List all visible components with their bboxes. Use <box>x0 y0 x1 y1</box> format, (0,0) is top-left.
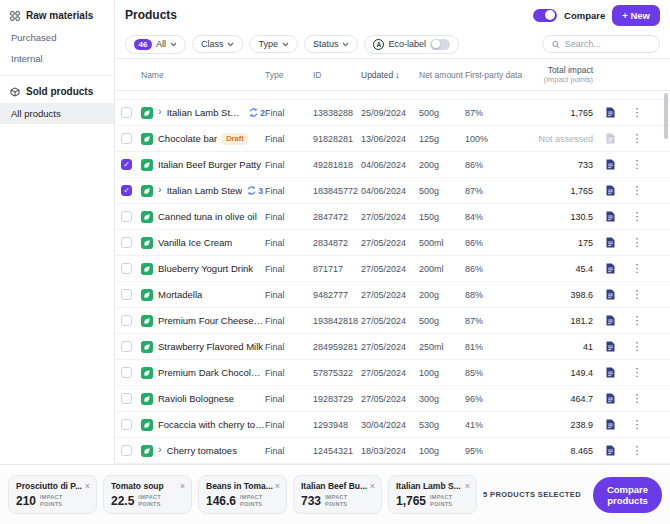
table-row[interactable]: Blueberry Yogurt Drink Final 871717 27/0… <box>115 256 670 282</box>
kebab-menu-icon[interactable]: ⋮ <box>632 419 643 430</box>
table-row[interactable]: ✓ Italian Beef Burger Patty Final 492818… <box>115 152 670 178</box>
variants-badge[interactable]: 2 <box>249 108 265 118</box>
sidebar-item-raw-materials[interactable]: Raw materials <box>0 2 114 27</box>
row-checkbox[interactable] <box>121 133 132 144</box>
product-name[interactable]: Ravioli Bolognese <box>158 393 234 404</box>
sidebar-item-purchased[interactable]: Purchased <box>0 27 114 48</box>
table-row[interactable]: ✓ › Italian Lamb Stew 3 Final 183845772 … <box>115 178 670 204</box>
row-checkbox[interactable] <box>121 445 132 456</box>
report-document-icon[interactable] <box>606 419 615 430</box>
product-name[interactable]: Italian Lamb Stew-... <box>167 107 245 118</box>
close-icon[interactable]: × <box>465 482 470 491</box>
report-document-icon[interactable] <box>606 237 615 248</box>
product-name[interactable]: Strawberry Flavored Milk <box>158 341 263 352</box>
table-row[interactable]: Premium Dark Chocolate Bar Final 5787532… <box>115 360 670 386</box>
kebab-menu-icon[interactable]: ⋮ <box>632 367 643 378</box>
vertical-scrollbar[interactable] <box>664 93 668 139</box>
compare-products-button[interactable]: Compare products <box>593 477 662 513</box>
product-name[interactable]: Vanilla Ice Cream <box>158 237 232 248</box>
kebab-menu-icon[interactable]: ⋮ <box>632 185 643 196</box>
eco-label-filter[interactable]: A Eco-label <box>364 35 459 54</box>
product-name[interactable]: Chocolate bar <box>158 133 217 144</box>
report-document-icon[interactable] <box>606 315 615 326</box>
report-document-icon[interactable] <box>606 393 615 404</box>
product-name[interactable]: Italian Lamb Stew <box>167 185 243 196</box>
column-header-name[interactable]: Name <box>141 70 265 80</box>
expand-chevron-icon[interactable]: › <box>158 185 162 196</box>
row-checkbox[interactable]: ✓ <box>121 159 132 170</box>
kebab-menu-icon[interactable]: ⋮ <box>632 315 643 326</box>
variants-badge[interactable]: 3 <box>247 186 263 196</box>
close-icon[interactable]: × <box>180 482 185 491</box>
table-row[interactable]: Ravioli Bolognese Final 19283729 27/05/2… <box>115 386 670 412</box>
close-icon[interactable]: × <box>370 482 375 491</box>
table-row[interactable]: › Cherry tomatoes Final 12454321 18/03/2… <box>115 438 670 464</box>
row-checkbox[interactable]: ✓ <box>121 185 132 196</box>
table-row[interactable]: › Italian Lamb Stew-... 2 Final 13838288… <box>115 100 670 126</box>
new-button[interactable]: + New <box>612 5 660 26</box>
compare-toggle[interactable] <box>533 9 557 22</box>
product-name[interactable]: Focaccia with cherry tomatoes <box>158 419 265 430</box>
column-header-id[interactable]: ID <box>313 70 361 80</box>
row-checkbox[interactable] <box>121 315 132 326</box>
sidebar-item-internal[interactable]: Internal <box>0 48 114 69</box>
column-header-updated[interactable]: Updated ↓ <box>361 70 419 80</box>
row-checkbox[interactable] <box>121 393 132 404</box>
close-icon[interactable]: × <box>275 482 280 491</box>
table-row[interactable]: Strawberry Flavored Milk Final 284959281… <box>115 334 670 360</box>
report-document-icon[interactable] <box>606 445 615 456</box>
column-header-type[interactable]: Type <box>265 70 313 80</box>
product-name[interactable]: Cherry tomatoes <box>167 445 237 456</box>
column-header-first-party[interactable]: First-party data <box>465 70 521 80</box>
product-name[interactable]: Blueberry Yogurt Drink <box>158 263 253 274</box>
product-name[interactable]: Premium Four Cheese Pizza <box>158 315 265 326</box>
table-row[interactable]: Vanilla Ice Cream Final 2834872 27/05/20… <box>115 230 670 256</box>
product-name[interactable]: Italian Beef Burger Patty <box>158 159 261 170</box>
product-name[interactable]: Premium Dark Chocolate Bar <box>158 367 265 378</box>
report-document-icon[interactable] <box>606 341 615 352</box>
kebab-menu-icon[interactable]: ⋮ <box>632 341 643 352</box>
row-checkbox[interactable] <box>121 107 132 118</box>
report-document-icon[interactable] <box>606 211 615 222</box>
eco-label-toggle[interactable] <box>430 39 450 50</box>
close-icon[interactable]: × <box>85 482 90 491</box>
kebab-menu-icon[interactable]: ⋮ <box>632 237 643 248</box>
row-checkbox[interactable] <box>121 211 132 222</box>
table-row[interactable]: Chocolate bar Draft Final 91828281 13/06… <box>115 126 670 152</box>
kebab-menu-icon[interactable]: ⋮ <box>632 133 643 144</box>
expand-chevron-icon[interactable]: › <box>158 107 162 118</box>
kebab-menu-icon[interactable]: ⋮ <box>632 445 643 456</box>
row-checkbox[interactable] <box>121 341 132 352</box>
column-header-net-amount[interactable]: Net amount <box>419 70 465 80</box>
row-checkbox[interactable] <box>121 237 132 248</box>
kebab-menu-icon[interactable]: ⋮ <box>632 159 643 170</box>
status-filter[interactable]: Status <box>304 35 359 53</box>
row-checkbox[interactable] <box>121 289 132 300</box>
column-header-impact[interactable]: Total impact (Impact points) <box>521 65 593 85</box>
row-checkbox[interactable] <box>121 263 132 274</box>
report-document-icon[interactable] <box>606 367 615 378</box>
sidebar-item-sold-products[interactable]: Sold products <box>0 78 114 103</box>
expand-chevron-icon[interactable]: › <box>158 445 162 456</box>
report-document-icon[interactable] <box>606 185 615 196</box>
report-document-icon[interactable] <box>606 289 615 300</box>
row-checkbox[interactable] <box>121 367 132 378</box>
class-filter[interactable]: Class <box>192 35 244 53</box>
table-row[interactable]: Focaccia with cherry tomatoes Final 1293… <box>115 412 670 438</box>
table-row[interactable]: Premium Four Cheese Pizza Final 19384281… <box>115 308 670 334</box>
product-name[interactable]: Canned tuna in olive oil <box>158 211 257 222</box>
report-document-icon[interactable] <box>606 107 615 118</box>
report-document-icon[interactable] <box>606 133 615 144</box>
row-checkbox[interactable] <box>121 419 132 430</box>
kebab-menu-icon[interactable]: ⋮ <box>632 393 643 404</box>
count-filter[interactable]: 46 All <box>125 35 186 54</box>
kebab-menu-icon[interactable]: ⋮ <box>632 263 643 274</box>
report-document-icon[interactable] <box>606 263 615 274</box>
search-box[interactable] <box>542 35 660 53</box>
kebab-menu-icon[interactable]: ⋮ <box>632 211 643 222</box>
kebab-menu-icon[interactable]: ⋮ <box>632 107 643 118</box>
kebab-menu-icon[interactable]: ⋮ <box>632 289 643 300</box>
table-row[interactable]: Canned tuna in olive oil Final 2847472 2… <box>115 204 670 230</box>
search-input[interactable] <box>565 39 650 49</box>
sidebar-item-all-products[interactable]: All products <box>0 103 114 124</box>
